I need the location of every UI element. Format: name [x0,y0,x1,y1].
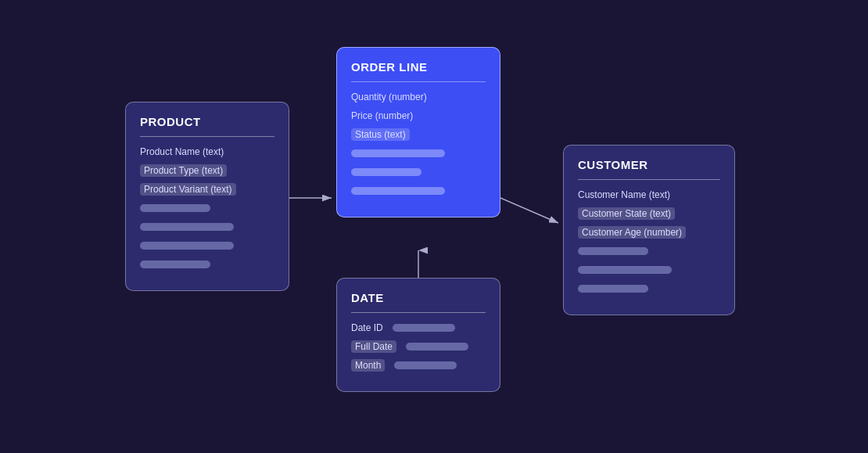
customer-field-2: Customer State (text) [578,207,720,221]
date-field-1-label: Date ID [351,322,383,333]
date-field-2: Full Date [351,340,486,354]
customer-bar-1 [578,247,648,255]
product-field-7 [140,257,274,271]
customer-divider [578,179,720,180]
date-bar-2 [406,343,468,351]
date-field-2-label: Full Date [351,340,396,353]
product-field-2-label: Product Type (text) [140,164,227,177]
customer-bar-3 [578,285,648,293]
order-line-field-2: Price (number) [351,109,486,123]
order-line-bar-1 [351,149,445,157]
product-divider [140,136,274,137]
order-line-title: ORDER LINE [351,60,486,74]
date-entity-card: DATE Date ID Full Date Month [336,278,500,392]
order-line-field-1: Quantity (number) [351,90,486,104]
customer-field-5 [578,263,720,277]
product-field-2: Product Type (text) [140,164,274,178]
product-field-6 [140,239,274,253]
date-title: DATE [351,291,486,304]
customer-field-1-label: Customer Name (text) [578,189,670,200]
order-line-bar-2 [351,168,421,176]
customer-field-4 [578,244,720,258]
arrow-orderline-customer [500,198,558,223]
order-line-entity-card: ORDER LINE Quantity (number) Price (numb… [336,47,500,218]
date-field-1: Date ID [351,321,486,335]
customer-field-3-label: Customer Age (number) [578,226,686,239]
product-entity-card: PRODUCT Product Name (text) Product Type… [125,102,289,291]
customer-field-2-label: Customer State (text) [578,207,675,220]
product-field-5 [140,220,274,234]
order-line-field-1-label: Quantity (number) [351,92,427,102]
product-field-1-label: Product Name (text) [140,146,224,157]
product-bar-3 [140,242,234,250]
customer-title: CUSTOMER [578,158,720,171]
order-line-field-3-label: Status (text) [351,128,410,141]
order-line-field-4 [351,146,486,160]
product-field-3: Product Variant (text) [140,182,274,196]
product-bar-4 [140,261,210,268]
product-title: PRODUCT [140,115,274,128]
product-bar-2 [140,223,234,231]
customer-field-6 [578,282,720,296]
date-bar-1 [393,324,455,332]
order-line-field-3: Status (text) [351,128,486,142]
customer-bar-2 [578,266,672,274]
order-line-field-6 [351,184,486,198]
date-bar-3 [394,361,457,369]
order-line-field-2-label: Price (number) [351,110,413,121]
order-line-divider [351,81,486,82]
customer-field-3: Customer Age (number) [578,225,720,239]
order-line-field-5 [351,165,486,179]
diagram-container: PRODUCT Product Name (text) Product Type… [0,0,868,453]
product-field-4 [140,201,274,215]
product-bar-1 [140,204,210,212]
date-divider [351,312,486,313]
product-field-1: Product Name (text) [140,145,274,159]
product-field-3-label: Product Variant (text) [140,183,236,196]
order-line-bar-3 [351,187,445,195]
customer-entity-card: CUSTOMER Customer Name (text) Customer S… [563,145,735,315]
customer-field-1: Customer Name (text) [578,188,720,202]
date-field-3: Month [351,358,486,372]
date-field-3-label: Month [351,359,385,372]
